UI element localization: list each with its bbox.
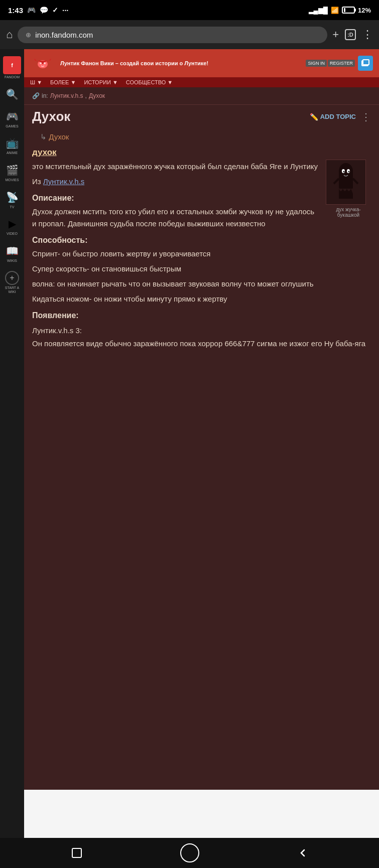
anime-icon: 📺: [5, 136, 19, 150]
sidebar-item-anime[interactable]: 📺 ANIME: [0, 133, 24, 158]
url-bar[interactable]: ⊕ inon.fandom.com: [18, 27, 327, 43]
toc-arrow: ↳: [40, 132, 49, 141]
ability-2: волна: он начинает рычать что он вызывае…: [32, 278, 371, 290]
svg-line-12: [353, 179, 358, 184]
add-topic-button[interactable]: ✏️ ADD TOPIC: [310, 113, 356, 121]
char-image: [326, 160, 366, 205]
sidebar: f FANDOM 🔍 🎮 GAMES 📺 ANIME 🎬 MOVIES 📡 TV: [0, 49, 24, 838]
pencil-icon: ✏️: [310, 113, 318, 121]
tv-icon: 📡: [5, 190, 19, 204]
content-area: Лунтик Фанон Вики – создай свои истории …: [24, 49, 379, 838]
svg-point-10: [348, 171, 349, 172]
wikis-icon: 📖: [5, 244, 19, 258]
wifi-icon: 📶: [331, 7, 339, 14]
wikis-label: WIKIS: [7, 259, 17, 263]
sidebar-item-movies[interactable]: 🎬 MOVIES: [0, 160, 24, 185]
toc-label-0: Духок: [49, 132, 69, 141]
char-figure-svg: [330, 161, 362, 204]
bottom-nav: [0, 838, 379, 868]
message-icon: 💬: [40, 6, 48, 14]
char-image-container: дух жучка-букашкой: [326, 160, 371, 218]
site-title: Лунтик Фанон Вики – создай свои истории …: [60, 60, 301, 66]
search-icon: 🔍: [5, 87, 19, 101]
games-label: GAMES: [6, 124, 18, 128]
sidebar-item-fandom[interactable]: f FANDOM: [0, 53, 24, 82]
breadcrumb-link-0[interactable]: Лунтик.v.h.s: [50, 92, 83, 99]
content-title: духок: [32, 148, 371, 158]
appearance-heading: Появление:: [32, 311, 371, 320]
toc-item-0[interactable]: ↳ Духок: [32, 130, 371, 143]
battery-percent: 12%: [358, 7, 371, 14]
appearance-text: Он появляется виде обычно заражённого по…: [32, 338, 371, 350]
browser-home-button[interactable]: ⌂: [6, 28, 13, 41]
intro-text: это мстительный дух заражённого жучка ко…: [32, 161, 371, 173]
page-content: 🔗 in: Лунтик.v.h.s , Духок Духок ✏️ ADD …: [24, 87, 379, 790]
svg-line-11: [334, 179, 339, 184]
time: 1:43: [8, 6, 23, 15]
svg-rect-4: [363, 60, 369, 65]
add-tab-button[interactable]: +: [332, 28, 339, 41]
browser-chrome: ⌂ ⊕ inon.fandom.com + :D ⋮: [0, 20, 379, 49]
browser-actions: + :D ⋮: [332, 28, 373, 41]
tabs-button[interactable]: :D: [345, 29, 356, 40]
nav-item-3[interactable]: СООБЩЕСТВО ▼: [126, 79, 173, 85]
header-site-info: Лунтик Фанон Вики – создай свои истории …: [60, 60, 301, 66]
article-title: Духок: [32, 109, 70, 124]
register-btn[interactable]: REGISTER: [328, 60, 355, 67]
nav-back-button[interactable]: [293, 843, 313, 863]
source-prefix: Из: [32, 177, 41, 186]
svg-rect-6: [339, 171, 353, 189]
start-wiki-icon: +: [5, 271, 19, 285]
article-header: Духок ✏️ ADD TOPIC ⋮: [24, 105, 379, 126]
sidebar-item-games[interactable]: 🎮 GAMES: [0, 106, 24, 131]
sidebar-item-tv[interactable]: 📡 TV: [0, 187, 24, 212]
game-icon: 🎮: [27, 6, 36, 14]
tv-label: TV: [10, 205, 15, 209]
nav-square-button[interactable]: [67, 843, 87, 863]
start-wiki-label: START A WIKI: [2, 286, 22, 294]
nav-item-2[interactable]: ИСТОРИИ ▼: [84, 79, 117, 85]
fandom-nav: Ш ▼ БОЛЕЕ ▼ ИСТОРИИ ▼ СООБЩЕСТВО ▼: [24, 77, 379, 87]
breadcrumb: 🔗 in: Лунтик.v.h.s , Духок: [24, 87, 379, 105]
status-bar: 1:43 🎮 💬 ✓ ··· ▂▄▆█ 📶 12%: [0, 0, 379, 20]
add-topic-label: ADD TOPIC: [320, 113, 356, 120]
description-text: Духок должен мстить того кто убил его и …: [32, 206, 371, 230]
char-caption: дух жучка-букашкой: [326, 207, 371, 218]
header-actions: SIGN IN REGISTER: [306, 56, 373, 71]
fandom-logo-main: [30, 53, 55, 73]
nav-home-button[interactable]: [180, 843, 200, 863]
url-text: inon.fandom.com: [35, 31, 93, 39]
ability-1: Супер скорость- он становишься быстрым: [32, 263, 371, 275]
status-left: 1:43 🎮 💬 ✓ ···: [8, 6, 69, 15]
description-heading: Описание:: [32, 194, 371, 203]
status-right: ▂▄▆█ 📶 12%: [309, 7, 371, 14]
sign-in-btn[interactable]: SIGN IN: [306, 60, 327, 67]
breadcrumb-prefix: in:: [42, 92, 48, 99]
games-icon: 🎮: [5, 109, 19, 123]
breadcrumb-icon: 🔗: [32, 92, 40, 99]
nav-item-1[interactable]: БОЛЕЕ ▼: [50, 79, 76, 85]
fandom-label: FANDOM: [5, 75, 20, 79]
svg-rect-13: [72, 848, 81, 857]
svg-point-9: [343, 171, 344, 172]
appearance-sub-heading: Лунтик.v.h.s 3:: [32, 326, 371, 335]
ability-heading: Способность:: [32, 236, 371, 245]
ability-0: Спринт- он быстро ловить жертву и уворач…: [32, 248, 371, 260]
anime-label: ANIME: [7, 151, 18, 155]
sidebar-item-wikis[interactable]: 📖 WIKIS: [0, 241, 24, 266]
video-icon: ▶: [5, 217, 19, 231]
sidebar-item-video[interactable]: ▶ VIDEO: [0, 214, 24, 239]
video-label: VIDEO: [7, 232, 18, 236]
source-link[interactable]: Лунтик.v.h.s: [43, 177, 84, 186]
movies-label: MOVIES: [5, 178, 19, 182]
ability-3: Кидаться ножом- он ножи чтобы минуту пря…: [32, 293, 371, 305]
breadcrumb-link-1[interactable]: Духок: [89, 92, 105, 99]
sidebar-item-search[interactable]: 🔍: [0, 84, 24, 104]
svg-point-1: [40, 62, 42, 64]
sidebar-item-start-wiki[interactable]: + START A WIKI: [0, 268, 24, 297]
nav-item-0[interactable]: Ш ▼: [30, 79, 42, 85]
check-icon: ✓: [52, 6, 58, 14]
browser-menu-button[interactable]: ⋮: [362, 28, 373, 41]
more-options-button[interactable]: ⋮: [361, 111, 371, 123]
fandom-logo: f: [3, 56, 21, 74]
